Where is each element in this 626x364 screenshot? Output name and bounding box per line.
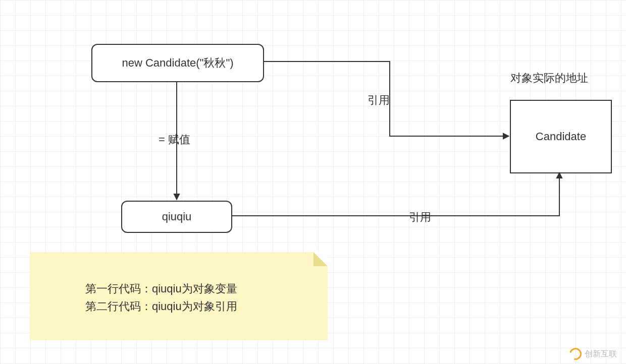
label-assign: = 赋值 (159, 132, 190, 147)
watermark-logo-icon (567, 346, 584, 362)
label-ref-top: 引用 (368, 93, 390, 108)
node-constructor-label: new Candidate("秋秋") (122, 55, 233, 71)
sticky-note: 第一行代码：qiuqiu为对象变量 第二行代码：qiuqiu为对象引用 (30, 252, 328, 340)
label-ref-bottom: 引用 (409, 210, 431, 225)
node-variable: qiuqiu (121, 201, 232, 233)
note-line-2: 第二行代码：qiuqiu为对象引用 (85, 297, 307, 315)
node-variable-label: qiuqiu (162, 210, 192, 223)
note-fold-icon (314, 252, 328, 266)
note-line-1: 第一行代码：qiuqiu为对象变量 (85, 280, 307, 297)
node-object-label: Candidate (536, 130, 586, 143)
node-object: Candidate (510, 100, 612, 173)
label-object-address: 对象实际的地址 (510, 71, 588, 86)
watermark-text: 创新互联 (585, 349, 617, 359)
node-constructor: new Candidate("秋秋") (91, 44, 264, 82)
watermark: 创新互联 (569, 348, 617, 360)
